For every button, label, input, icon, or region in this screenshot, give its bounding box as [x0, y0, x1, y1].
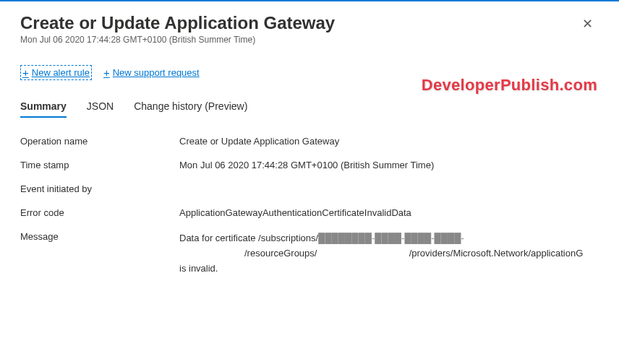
new-alert-rule-link[interactable]: + New alert rule: [20, 65, 92, 80]
error-code-label: Error code: [20, 207, 179, 218]
plus-icon: +: [22, 66, 29, 79]
message-line1: Data for certificate /subscriptions/: [179, 233, 318, 243]
new-support-request-link[interactable]: + New support request: [103, 65, 200, 80]
detail-row-error-code: Error code ApplicationGatewayAuthenticat…: [20, 207, 599, 218]
message-line1-redacted: ████████-████-████-████-: [318, 233, 464, 243]
tab-change-history[interactable]: Change history (Preview): [134, 100, 247, 118]
message-line2-prefix: /resourceGroups/: [244, 248, 317, 259]
new-alert-rule-label: New alert rule: [32, 67, 90, 78]
page-title: Create or Update Application Gateway: [20, 13, 576, 33]
close-icon: ✕: [582, 17, 593, 31]
message-line2-suffix: /providers/Microsoft.Network/application…: [409, 248, 584, 259]
tab-json[interactable]: JSON: [87, 100, 114, 118]
watermark: DeveloperPublish.com: [422, 76, 597, 95]
detail-row-operation-name: Operation name Create or Update Applicat…: [20, 136, 599, 147]
detail-row-time-stamp: Time stamp Mon Jul 06 2020 17:44:28 GMT+…: [20, 160, 599, 170]
message-label: Message: [20, 231, 179, 276]
operation-name-label: Operation name: [20, 136, 179, 147]
message-line3: is invalid.: [179, 261, 599, 277]
time-stamp-label: Time stamp: [20, 160, 179, 170]
new-support-request-label: New support request: [113, 67, 200, 78]
error-code-value: ApplicationGatewayAuthenticationCertific…: [179, 207, 599, 218]
page-subtitle: Mon Jul 06 2020 17:44:28 GMT+0100 (Briti…: [20, 35, 576, 45]
close-button[interactable]: ✕: [576, 13, 599, 35]
event-initiated-by-value: [179, 183, 599, 194]
detail-row-message: Message Data for certificate /subscripti…: [20, 231, 599, 276]
event-initiated-by-label: Event initiated by: [20, 183, 179, 194]
time-stamp-value: Mon Jul 06 2020 17:44:28 GMT+0100 (Briti…: [179, 160, 599, 170]
tab-summary[interactable]: Summary: [20, 100, 67, 118]
plus-icon: +: [103, 66, 110, 79]
operation-name-value: Create or Update Application Gateway: [179, 136, 599, 147]
detail-row-event-initiated-by: Event initiated by: [20, 183, 599, 194]
message-value: Data for certificate /subscriptions/████…: [179, 231, 599, 276]
